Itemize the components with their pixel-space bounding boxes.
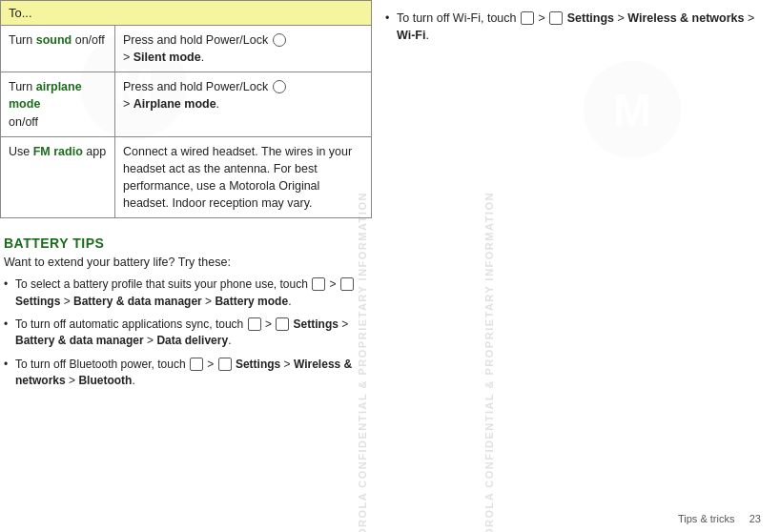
table-action-1: Turn sound on/off	[1, 26, 115, 72]
home-icon-3	[190, 358, 203, 371]
home-icon-4	[521, 11, 534, 25]
footer-label: Tips & tricks	[678, 513, 735, 524]
home-icon-2	[248, 317, 261, 331]
power-lock-icon-2	[273, 80, 286, 93]
page-number: 23	[749, 513, 761, 524]
table-row: Use FM radio app Connect a wired headset…	[1, 136, 372, 218]
bullet-item-3: To turn off Bluetooth power, touch > Set…	[4, 357, 368, 390]
battery-section: BATTERY TIPS Want to extend your battery…	[0, 235, 372, 389]
table-header: To...	[1, 1, 372, 26]
table-action-2: Turn airplane modeon/off	[1, 72, 115, 136]
table-instruction-3: Connect a wired headset. The wires in yo…	[115, 136, 372, 218]
right-column: To turn off Wi-Fi, touch > Settings > Wi…	[372, 0, 780, 532]
left-column: To... Turn sound on/off Press and hold P…	[0, 0, 372, 532]
battery-subtitle: Want to extend your battery life? Try th…	[4, 256, 368, 269]
page-container: M M DRAFT - MOTOROLA CONFIDENTIAL & PROP…	[0, 0, 780, 532]
colored-action-3: FM radio	[33, 145, 83, 158]
bullet-item-1: To select a battery profile that suits y…	[4, 276, 368, 310]
table-row: Turn sound on/off Press and hold Power/L…	[1, 26, 372, 72]
airplane-mode-text: Airplane mode	[133, 97, 216, 111]
power-lock-icon-1	[273, 33, 286, 47]
home-icon-1	[312, 277, 325, 291]
wifi-settings-icon	[549, 11, 563, 25]
colored-action-2: airplane mode	[9, 80, 82, 111]
table-instruction-1: Press and hold Power/Lock > Silent mode.	[115, 26, 372, 72]
bullet-item-2: To turn off automatic applications sync,…	[4, 317, 368, 350]
tips-table: To... Turn sound on/off Press and hold P…	[0, 0, 372, 218]
page-footer: Tips & tricks 23	[678, 513, 761, 524]
colored-action-1: sound	[36, 33, 72, 47]
settings-icon-2	[276, 317, 289, 331]
table-instruction-2: Press and hold Power/Lock > Airplane mod…	[115, 72, 372, 136]
bt-icon	[218, 358, 232, 371]
table-action-3: Use FM radio app	[1, 136, 115, 218]
battery-bullet-list: To select a battery profile that suits y…	[4, 276, 368, 389]
silent-mode-text: Silent mode	[133, 51, 201, 64]
settings-icon-1	[340, 277, 354, 291]
table-row: Turn airplane modeon/off Press and hold …	[1, 72, 372, 136]
battery-title: BATTERY TIPS	[4, 235, 368, 251]
right-bullet-item-1: To turn off Wi-Fi, touch > Settings > Wi…	[385, 10, 767, 44]
right-bullet-list: To turn off Wi-Fi, touch > Settings > Wi…	[385, 10, 767, 44]
